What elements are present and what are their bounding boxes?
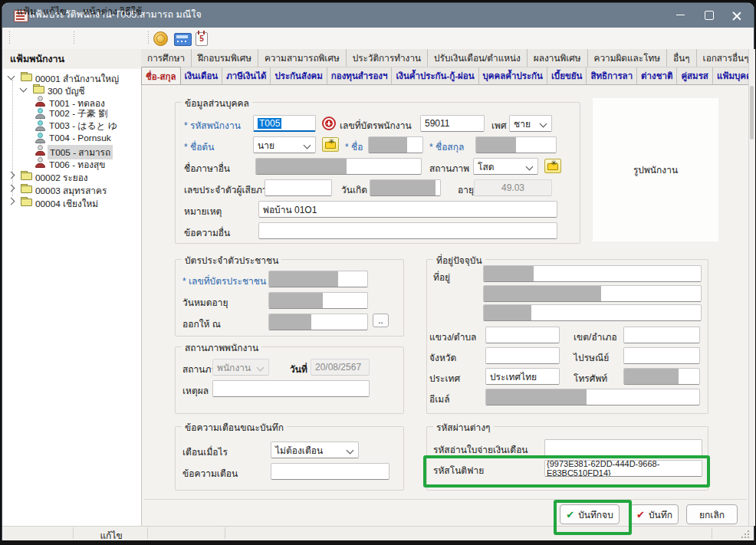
expand-arrow-icon[interactable] (8, 172, 15, 179)
payslip-password-input[interactable] (544, 439, 702, 456)
tab-salary-position-adjust[interactable]: ปรับเงินเดือน/ตำแหน่ง (428, 49, 528, 67)
tab-row-1: การศึกษา ฝึกอบรมพิเศษ ความสามารถพิเศษ ปร… (141, 49, 748, 67)
collapse-arrow-icon[interactable] (8, 73, 15, 80)
reason-input[interactable] (212, 380, 370, 397)
tree-node-branch-00004[interactable]: 00004 เชียงใหม่ (35, 196, 98, 211)
first-name-label: * ชื่อ (345, 140, 363, 152)
passwords-fieldset: รหัสผ่านต่างๆ (426, 426, 708, 491)
notify-code-input[interactable]: {9973E381-62DD-444D-9668-E83BC510FD14} (544, 460, 702, 477)
toolbar-grip (147, 31, 150, 45)
citizen-id-input[interactable] (268, 271, 368, 287)
statusbar-divider (225, 527, 225, 539)
tree-row: T002 - 子豪 劉 (0, 107, 139, 120)
tab-foreigner[interactable]: ต่างชาติ (637, 67, 677, 84)
scrollbar-thumb[interactable] (750, 86, 754, 140)
last-name-input[interactable] (475, 136, 557, 153)
other-message-input[interactable] (258, 222, 557, 239)
save-warning-fieldset: ข้อความเตือนขณะบันทึก (175, 426, 404, 491)
tree-row: T006 - ทองสุข (0, 156, 139, 169)
tab-diligence-allowance[interactable]: เบี้ยขยัน (547, 67, 587, 84)
save-close-button[interactable]: ✔ บันทึกจบ (560, 504, 620, 524)
tab-special-skills[interactable]: ความสามารถพิเศษ (258, 49, 347, 67)
tree-node-t004[interactable]: T004 - Pornsuk (49, 133, 111, 143)
expand-arrow-icon[interactable] (8, 185, 15, 192)
tab-leave-rights[interactable]: สิทธิการลา (587, 67, 637, 84)
prefix-select[interactable]: นาย (253, 136, 316, 153)
issued-at-input[interactable] (268, 314, 368, 330)
card-expiry-input[interactable] (268, 292, 368, 309)
tab-personal-file[interactable]: แฟ้มบุคคล (713, 67, 748, 84)
marital-status-select[interactable]: โสด (473, 158, 538, 175)
menu-edit[interactable]: แก้ไข (38, 4, 71, 18)
current-address-legend: ที่อยู่ปัจจุบัน (433, 253, 485, 268)
notify-code-label: รหัสโนติฟาย (433, 463, 484, 475)
expand-arrow-icon[interactable] (8, 198, 15, 205)
address-line3-input[interactable] (483, 304, 702, 321)
address-line2-input[interactable] (483, 285, 702, 302)
address-line1-input[interactable] (483, 265, 702, 282)
tab-guarantee-loan[interactable]: เงินค้ำประกัน-กู้-ผ่อน (392, 67, 478, 84)
marital-lookup-folder-button[interactable]: ✳ (544, 159, 561, 173)
personal-info-legend: ข้อมูลส่วนบุคคล (182, 96, 252, 110)
province-input[interactable] (485, 347, 560, 364)
folder-icon (21, 171, 32, 180)
resize-grip[interactable] (740, 530, 749, 538)
warn-when-select[interactable]: ไม่ต้องเตือน (271, 442, 359, 458)
country-input[interactable]: ประเทศไทย (485, 368, 560, 385)
employee-id-input[interactable]: T005 (253, 115, 316, 132)
tab-education[interactable]: การศึกษา (141, 49, 192, 67)
tab-work-history[interactable]: ประวัติการทำงาน (347, 49, 428, 67)
menu-file[interactable]: แฟ้ม (12, 4, 41, 18)
age-label: อายุ (458, 182, 474, 195)
tab-other-documents[interactable]: เอกสารอื่นๆ (697, 49, 748, 67)
status-date-field: 20/08/2567 (311, 359, 370, 376)
note-input[interactable]: พ่อบ้าน 01O1 (258, 201, 557, 218)
postcode-label: ไปรษณีย์ (574, 350, 609, 363)
tax-id-input[interactable] (265, 179, 332, 196)
employee-photo-placeholder: รูปพนักงาน (593, 98, 718, 241)
tree-node-t002[interactable]: T002 - 子豪 劉 (49, 108, 107, 120)
tab-others[interactable]: อื่นๆ (667, 49, 697, 67)
email-input[interactable] (485, 389, 700, 405)
footer-divider (144, 499, 747, 500)
subdistrict-input[interactable] (485, 327, 560, 343)
calendar-icon[interactable]: 5 (196, 32, 208, 46)
folder-icon (21, 197, 32, 206)
phone-input[interactable] (623, 368, 700, 385)
cancel-button[interactable]: ยกเลิก (686, 504, 738, 524)
menu-help[interactable]: วิธีใช้ (115, 4, 146, 18)
tab-bottom-border (141, 84, 748, 85)
tab-special-training[interactable]: ฝึกอบรมพิเศษ (192, 49, 258, 67)
add-employee-icon[interactable] (322, 117, 336, 130)
chevron-down-icon (540, 120, 547, 128)
postcode-input[interactable] (623, 347, 700, 364)
tab-offense-penalty[interactable]: ความผิดและโทษ (588, 49, 668, 67)
close-button[interactable] (720, 3, 754, 27)
save-button[interactable]: ✔ บันทึก (630, 504, 679, 524)
tab-provident-fund[interactable]: กองทุนสำรองฯ (327, 67, 393, 84)
birthdate-input[interactable] (370, 179, 441, 196)
calculator-icon[interactable] (174, 33, 192, 46)
statusbar-divider (73, 527, 74, 539)
tab-salary[interactable]: เงินเดือน (181, 67, 223, 84)
tab-income-tax[interactable]: ภาษีเงินได้ (222, 67, 271, 84)
card-expiry-label: วันหมดอายุ (182, 295, 228, 307)
tree-node-t003[interactable]: T003 - はると ゆ (49, 120, 117, 133)
tree-row: 00002 ระยอง (0, 169, 139, 182)
other-language-name-input[interactable] (255, 158, 422, 175)
issued-at-label: ออกให้ ณ (182, 317, 221, 329)
employee-card-no-input[interactable]: 59011 (420, 115, 485, 132)
collapse-arrow-icon[interactable] (20, 85, 28, 93)
tab-guarantor[interactable]: บุคคลค้ำประกัน (479, 67, 547, 84)
district-input[interactable] (623, 327, 700, 343)
tab-social-security[interactable]: ประกันสังคม (271, 67, 327, 84)
issued-at-browse-button[interactable]: .. (373, 314, 389, 327)
gender-select[interactable]: ชาย (509, 115, 552, 132)
prefix-lookup-folder-button[interactable]: ✳ (322, 137, 339, 152)
warn-message-input[interactable] (271, 463, 390, 480)
tab-special-achievements[interactable]: ผลงานพิเศษ (528, 49, 588, 67)
first-name-input[interactable] (368, 136, 423, 153)
coin-icon[interactable] (153, 31, 168, 46)
tab-name-surname-active[interactable]: ชื่อ-สกุล (141, 67, 181, 84)
tab-spouse[interactable]: คู่สมรส (677, 67, 713, 84)
